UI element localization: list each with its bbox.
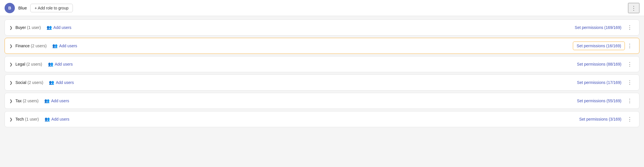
row-more-button[interactable]: ⋮ bbox=[625, 23, 635, 32]
role-name: Tax bbox=[15, 99, 22, 103]
role-user-count: (1 user) bbox=[25, 117, 39, 121]
roles-list: ❯ Buyer (1 user) 👥 Add users Set permiss… bbox=[0, 16, 644, 131]
role-row: ❯ Tech (1 user) 👥 Add users Set permissi… bbox=[5, 111, 639, 127]
add-users-button[interactable]: 👥 Add users bbox=[45, 24, 73, 31]
chevron-right-icon[interactable]: ❯ bbox=[9, 25, 13, 30]
chevron-right-icon[interactable]: ❯ bbox=[9, 62, 13, 66]
add-users-label: Add users bbox=[56, 80, 74, 85]
role-name: Finance bbox=[15, 44, 30, 48]
role-row: ❯ Finance (2 users) 👥 Add users Set perm… bbox=[5, 38, 639, 54]
role-row: ❯ Legal (2 users) 👥 Add users Set permis… bbox=[5, 56, 639, 72]
add-users-button[interactable]: 👥 Add users bbox=[46, 60, 75, 68]
add-users-button[interactable]: 👥 Add users bbox=[43, 97, 71, 105]
role-row: ❯ Buyer (1 user) 👥 Add users Set permiss… bbox=[5, 19, 639, 36]
row-more-button[interactable]: ⋮ bbox=[625, 60, 635, 68]
set-permissions-button[interactable]: Set permissions (169/169) bbox=[571, 23, 625, 32]
add-users-label: Add users bbox=[51, 99, 69, 103]
role-row: ❯ Social (2 users) 👥 Add users Set permi… bbox=[5, 74, 639, 91]
chevron-right-icon[interactable]: ❯ bbox=[9, 99, 13, 103]
add-user-icon: 👥 bbox=[45, 117, 50, 122]
add-users-label: Add users bbox=[55, 62, 73, 66]
add-users-label: Add users bbox=[53, 25, 71, 30]
add-user-icon: 👥 bbox=[49, 80, 54, 85]
add-users-button[interactable]: 👥 Add users bbox=[47, 79, 75, 86]
role-name: Buyer bbox=[15, 25, 26, 30]
set-permissions-button[interactable]: Set permissions (88/169) bbox=[573, 60, 625, 68]
group-avatar: B bbox=[5, 3, 15, 13]
set-permissions-button[interactable]: Set permissions (17/169) bbox=[573, 78, 625, 87]
add-user-icon: 👥 bbox=[47, 25, 52, 30]
add-users-label: Add users bbox=[59, 44, 77, 48]
role-name: Social bbox=[15, 80, 26, 85]
set-permissions-button[interactable]: Set permissions (16/169) bbox=[573, 42, 625, 50]
role-user-count: (2 users) bbox=[31, 44, 47, 48]
add-users-label: Add users bbox=[51, 117, 69, 121]
add-user-icon: 👥 bbox=[52, 43, 58, 48]
set-permissions-button[interactable]: Set permissions (55/169) bbox=[573, 97, 625, 105]
role-user-count: (2 users) bbox=[27, 80, 43, 85]
row-more-button[interactable]: ⋮ bbox=[625, 42, 635, 50]
row-more-button[interactable]: ⋮ bbox=[625, 97, 635, 105]
add-user-icon: 👥 bbox=[44, 98, 50, 103]
add-users-button[interactable]: 👥 Add users bbox=[43, 115, 71, 123]
row-more-button[interactable]: ⋮ bbox=[625, 78, 635, 87]
role-user-count: (2 users) bbox=[26, 62, 42, 66]
top-bar-more-button[interactable]: ⋮ bbox=[628, 3, 639, 13]
add-role-button[interactable]: + Add role to group bbox=[30, 4, 73, 12]
chevron-right-icon[interactable]: ❯ bbox=[9, 117, 13, 121]
top-bar: B Blue + Add role to group ⋮ bbox=[0, 0, 644, 16]
role-user-count: (2 users) bbox=[23, 99, 39, 103]
set-permissions-button[interactable]: Set permissions (3/169) bbox=[576, 115, 625, 123]
role-row: ❯ Tax (2 users) 👥 Add users Set permissi… bbox=[5, 93, 639, 109]
role-user-count: (1 user) bbox=[27, 25, 41, 30]
chevron-right-icon[interactable]: ❯ bbox=[9, 44, 13, 48]
row-more-button[interactable]: ⋮ bbox=[625, 115, 635, 123]
chevron-right-icon[interactable]: ❯ bbox=[9, 80, 13, 85]
add-user-icon: 👥 bbox=[48, 62, 53, 67]
group-name: Blue bbox=[18, 5, 27, 10]
role-name: Legal bbox=[15, 62, 25, 66]
add-users-button[interactable]: 👥 Add users bbox=[51, 42, 79, 50]
role-name: Tech bbox=[15, 117, 24, 121]
